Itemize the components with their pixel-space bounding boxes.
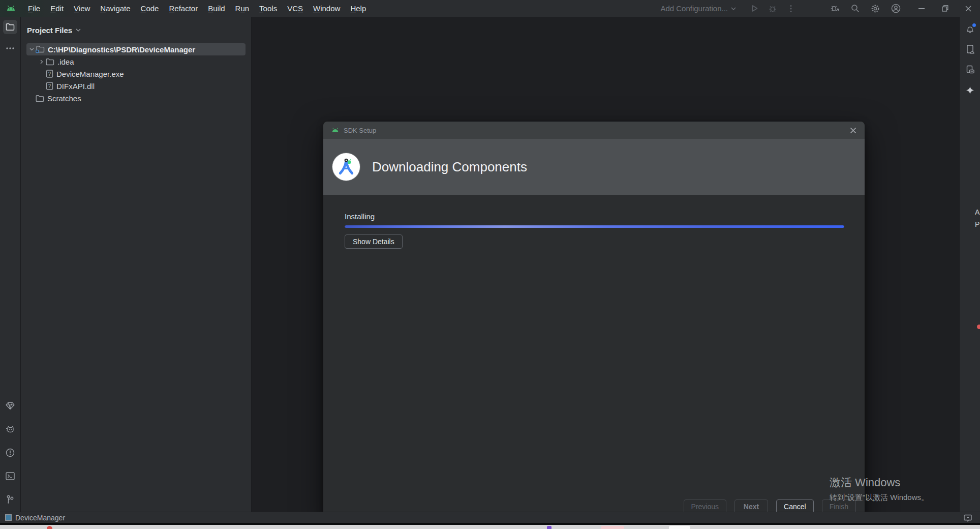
taskbar-strip <box>0 525 980 529</box>
tree-row-devicemanager-exe[interactable]: ?DeviceManager.exe <box>26 68 246 80</box>
menu-item-view[interactable]: View <box>69 0 95 17</box>
problems-button[interactable] <box>3 446 17 460</box>
settings-gear-icon[interactable] <box>868 2 882 16</box>
menu-item-navigate[interactable]: Navigate <box>95 0 135 17</box>
status-bar: DeviceManager <box>0 512 980 523</box>
restore-button[interactable] <box>933 0 957 17</box>
account-avatar-icon[interactable] <box>889 2 903 16</box>
clipped-red-indicator <box>977 325 980 329</box>
menu-item-help[interactable]: Help <box>345 0 371 17</box>
folder-icon <box>36 95 44 102</box>
tree-row-label: Scratches <box>47 94 81 103</box>
gemini-button[interactable] <box>963 83 977 97</box>
progress-bar-fill <box>345 225 844 228</box>
android-studio-badge-icon <box>332 153 360 181</box>
left-tool-stripe <box>0 17 20 512</box>
dialog-title: SDK Setup <box>344 127 376 134</box>
taskbar-app-blob <box>47 526 52 529</box>
sparkle-icon <box>966 86 974 95</box>
tree-row-difxapi-dll[interactable]: ?DIFxAPI.dll <box>26 80 246 92</box>
taskbar-app-blob <box>669 526 690 529</box>
status-notifications-button[interactable] <box>964 512 972 523</box>
search-icon[interactable] <box>848 2 862 16</box>
version-control-button[interactable] <box>3 492 17 507</box>
device-manager-button[interactable] <box>963 42 977 56</box>
svg-text:?: ? <box>48 71 51 77</box>
project-folder-icon <box>36 45 45 53</box>
running-devices-icon <box>966 65 974 74</box>
logcat-cat-icon <box>6 425 15 433</box>
profiler-icon[interactable] <box>828 2 842 16</box>
dialog-heading: Downloading Components <box>372 159 527 175</box>
android-icon <box>331 128 339 133</box>
clipped-window-fragment: A P <box>975 206 980 230</box>
menu-item-code[interactable]: Code <box>136 0 164 17</box>
dialog-title-bar: SDK Setup <box>323 122 865 139</box>
menu-item-build[interactable]: Build <box>203 0 230 17</box>
more-tool-windows-button[interactable] <box>3 41 17 55</box>
tree-row-label: C:\HP\Diagnostics\PSDR\DeviceManager <box>48 45 195 54</box>
progress-status-label: Installing <box>345 212 375 221</box>
dialog-close-icon[interactable] <box>850 127 856 134</box>
menu-item-file[interactable]: File <box>23 0 45 17</box>
event-log-icon <box>964 514 972 522</box>
menu-item-window[interactable]: Window <box>308 0 345 17</box>
logcat-button[interactable] <box>3 422 17 436</box>
terminal-icon <box>6 472 15 480</box>
activate-windows-watermark: 激活 Windows 转到“设置”以激活 Windows。 <box>830 475 929 503</box>
show-details-button[interactable]: Show Details <box>345 234 403 249</box>
tree-row-scratches[interactable]: Scratches <box>26 92 246 104</box>
project-view-label: Project Files <box>27 26 72 35</box>
run-configuration-label: Add Configuration... <box>660 4 728 13</box>
chevron-down-icon <box>731 7 736 10</box>
minimize-button[interactable] <box>910 0 933 17</box>
menu-item-vcs[interactable]: VCS <box>282 0 308 17</box>
project-color-icon <box>5 514 12 521</box>
running-devices-button[interactable] <box>963 63 977 77</box>
left-stripe-bottom <box>0 396 20 507</box>
menu-item-run[interactable]: Run <box>230 0 255 17</box>
taskbar-app-blob <box>601 526 624 529</box>
tree-row-idea[interactable]: .idea <box>26 55 246 68</box>
tree-row-label: DIFxAPI.dll <box>56 82 95 91</box>
file-unknown-icon: ? <box>46 70 53 78</box>
terminal-button[interactable] <box>3 469 17 483</box>
project-view-selector[interactable]: Project Files <box>27 24 81 36</box>
tree-row-c-hp-diagnostics-psdr-devicemanager[interactable]: C:\HP\Diagnostics\PSDR\DeviceManager <box>26 43 246 55</box>
chevron-right-icon[interactable] <box>38 60 46 64</box>
close-button[interactable] <box>957 0 980 17</box>
menu-items: FileEditViewNavigateCodeRefactorBuildRun… <box>23 0 371 17</box>
status-project-name: DeviceManager <box>15 514 65 522</box>
resource-manager-button[interactable] <box>3 399 17 413</box>
watermark-title: 激活 Windows <box>830 475 929 490</box>
git-branch-icon <box>7 495 14 504</box>
menu-item-refactor[interactable]: Refactor <box>164 0 203 17</box>
problems-icon <box>6 448 15 457</box>
menu-item-edit[interactable]: Edit <box>45 0 69 17</box>
watermark-subtitle: 转到“设置”以激活 Windows。 <box>830 493 929 503</box>
chevron-down-icon[interactable] <box>27 48 36 51</box>
file-unknown-icon: ? <box>46 82 53 90</box>
notifications-button[interactable] <box>963 22 977 36</box>
menu-bar: FileEditViewNavigateCodeRefactorBuildRun… <box>0 0 980 17</box>
chevron-down-icon <box>76 28 81 32</box>
debug-icon <box>765 2 780 16</box>
run-configuration-selector[interactable]: Add Configuration... <box>660 4 736 13</box>
right-tool-stripe: A P <box>960 17 980 512</box>
progress-bar <box>345 225 844 228</box>
diamond-icon <box>6 402 15 410</box>
more-actions-icon[interactable] <box>784 2 798 16</box>
folder-icon <box>46 58 54 66</box>
folder-icon <box>6 23 15 31</box>
menu-item-tools[interactable]: Tools <box>254 0 282 17</box>
dialog-header: Downloading Components <box>323 139 865 195</box>
ide-window: FileEditViewNavigateCodeRefactorBuildRun… <box>0 0 980 529</box>
more-horizontal-icon <box>6 47 14 49</box>
project-panel: Project Files C:\HP\Diagnostics\PSDR\Dev… <box>21 17 252 512</box>
sdk-setup-dialog: SDK Setup Downloading Components <box>323 122 865 521</box>
svg-text:?: ? <box>48 83 51 89</box>
notification-badge <box>972 23 976 27</box>
project-tool-window-button[interactable] <box>3 20 17 34</box>
tree-row-label: .idea <box>57 57 74 66</box>
status-project[interactable]: DeviceManager <box>5 514 65 522</box>
